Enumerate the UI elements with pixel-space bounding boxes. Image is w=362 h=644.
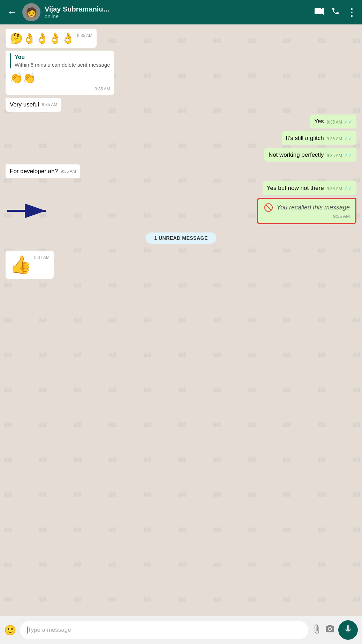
message-time: 9:35 AM ✓✓ xyxy=(327,135,352,142)
unread-divider: 1 UNREAD MESSAGE xyxy=(6,232,356,244)
message-input[interactable]: Type a message xyxy=(20,621,308,639)
header-icons: ⋮ xyxy=(315,7,356,18)
recalled-inner: 🚫 You recalled this message xyxy=(264,203,350,212)
recalled-bubble: 🚫 You recalled this message 9:36 AM xyxy=(257,198,356,224)
message-row: It's still a glitch 9:35 AM ✓✓ xyxy=(6,131,356,145)
message-content: For developer ah? xyxy=(10,168,58,175)
message-time: 9:35 AM xyxy=(95,86,110,92)
chat-header: ← 🧑 Vijay Subramaniu… online ⋮ xyxy=(0,0,362,24)
message-bubble: It's still a glitch 9:35 AM ✓✓ xyxy=(282,131,356,145)
tick-icon: ✓✓ xyxy=(344,186,352,191)
message-content: 👍 xyxy=(10,255,31,274)
message-content: Very useful xyxy=(10,101,39,108)
message-content: Not working perfectly xyxy=(269,151,324,158)
message-time: 9:35 AM ✓✓ xyxy=(327,119,352,126)
more-options-icon[interactable]: ⋮ xyxy=(347,7,356,18)
emoji-button[interactable]: 🙂 xyxy=(4,624,16,636)
message-time: 9:36 AM xyxy=(61,169,76,175)
message-bubble: For developer ah? 9:36 AM xyxy=(6,164,80,178)
message-bubble: Not working perfectly 9:35 AM ✓✓ xyxy=(264,148,356,162)
recalled-time: 9:36 AM xyxy=(333,214,350,219)
unread-label: 1 UNREAD MESSAGE xyxy=(146,232,216,244)
back-button[interactable]: ← xyxy=(6,5,18,19)
message-row: Not working perfectly 9:35 AM ✓✓ xyxy=(6,148,356,162)
message-content: 🤔👌👌👌👌 xyxy=(10,32,74,44)
message-row: Yes but now not there 9:36 AM ✓✓ xyxy=(6,181,356,195)
tick-icon: ✓✓ xyxy=(344,119,352,125)
avatar: 🧑 xyxy=(22,3,40,21)
avatar-image: 🧑 xyxy=(22,3,40,21)
message-row: For developer ah? 9:36 AM xyxy=(6,164,356,178)
message-content: It's still a glitch xyxy=(286,135,324,141)
message-row: 🤔👌👌👌👌 9:35 AM xyxy=(6,29,356,48)
mic-button[interactable] xyxy=(338,620,358,640)
recalled-message-row: 🚫 You recalled this message 9:36 AM xyxy=(6,198,356,224)
messages-list: 🤔👌👌👌👌 9:35 AM You Within 5 mins u can de… xyxy=(6,29,356,280)
message-time: 9:36 AM ✓✓ xyxy=(327,185,352,192)
tick-icon: ✓✓ xyxy=(344,136,352,141)
message-row: Yes 9:35 AM ✓✓ xyxy=(6,114,356,128)
message-time: 9:37 AM xyxy=(34,255,50,261)
message-time: 9:35 AM xyxy=(77,33,92,39)
message-bubble: You Within 5 mins u can delete sent mess… xyxy=(6,51,114,95)
message-time: 9:35 AM xyxy=(42,102,57,108)
input-bar: 🙂 Type a message xyxy=(0,616,362,644)
quote-sender: You xyxy=(15,53,110,61)
chat-background: 🤔👌👌👌👌 9:35 AM You Within 5 mins u can de… xyxy=(0,24,362,616)
message-bubble: Yes 9:35 AM ✓✓ xyxy=(310,114,356,128)
message-bubble: Yes but now not there 9:36 AM ✓✓ xyxy=(263,181,356,195)
camera-icon[interactable] xyxy=(325,624,335,636)
contact-status: online xyxy=(45,13,310,19)
message-content: Yes xyxy=(314,118,324,125)
svg-rect-0 xyxy=(315,8,321,14)
message-row: You Within 5 mins u can delete sent mess… xyxy=(6,51,356,95)
message-bubble: 🤔👌👌👌👌 9:35 AM xyxy=(6,29,97,48)
message-row: Very useful 9:35 AM xyxy=(6,98,356,112)
tick-icon: ✓✓ xyxy=(344,153,352,158)
arrow-svg xyxy=(6,202,51,220)
input-placeholder: Type a message xyxy=(28,627,71,634)
phone-call-icon[interactable] xyxy=(331,7,340,17)
mic-icon xyxy=(344,624,353,636)
svg-marker-1 xyxy=(321,7,324,15)
message-content: Yes but now not there xyxy=(267,185,324,191)
message-bubble: 👍 9:37 AM xyxy=(6,251,54,279)
message-time: 9:35 AM ✓✓ xyxy=(327,152,352,159)
message-content: 👏👏 xyxy=(10,71,110,85)
attach-icon[interactable] xyxy=(312,624,322,636)
video-call-icon[interactable] xyxy=(315,7,324,17)
quote-block: You Within 5 mins u can delete sent mess… xyxy=(10,53,110,68)
quote-text: Within 5 mins u can delete sent message xyxy=(15,61,110,68)
contact-name: Vijay Subramaniu… xyxy=(45,5,310,13)
arrow-annotation xyxy=(6,202,51,220)
recalled-text: You recalled this message xyxy=(277,204,350,211)
recalled-icon: 🚫 xyxy=(264,203,273,212)
message-bubble: Very useful 9:35 AM xyxy=(6,98,61,112)
message-row: 👍 9:37 AM xyxy=(6,251,356,279)
contact-info[interactable]: Vijay Subramaniu… online xyxy=(45,5,310,19)
